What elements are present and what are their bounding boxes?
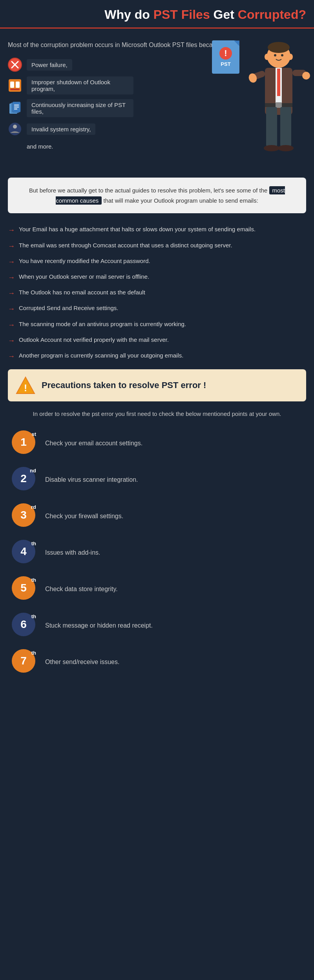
arrow-icon-5: → bbox=[8, 289, 15, 298]
svg-point-16 bbox=[268, 42, 290, 53]
title-red1: PST Files bbox=[153, 7, 210, 22]
arrow-icon-3: → bbox=[8, 257, 15, 267]
cause-item-6: → Corrupted Send and Receive settings. bbox=[8, 304, 306, 314]
step-2-sup: nd bbox=[30, 468, 36, 474]
intro-section: Most of the corruption problem occurs in… bbox=[0, 29, 314, 178]
causes-list: → Your Email has a huge attachment that … bbox=[8, 225, 306, 361]
svg-point-13 bbox=[9, 123, 21, 135]
cause-text-3: You have recently modified the Account p… bbox=[19, 257, 150, 265]
step-3-number: 3rd bbox=[12, 503, 37, 529]
svg-point-33 bbox=[302, 72, 310, 80]
warning-triangle-icon: ! bbox=[16, 376, 35, 395]
cause-item-9: → Another program is currently scanning … bbox=[8, 351, 306, 361]
arrow-icon-8: → bbox=[8, 336, 15, 346]
cause-item-7: → The scanning mode of an antivirus prog… bbox=[8, 320, 306, 330]
bullet-shutdown-text: Improper shutdown of Outlook program, bbox=[27, 76, 133, 94]
step-2-circle: 2nd bbox=[12, 467, 35, 490]
svg-rect-26 bbox=[266, 107, 277, 146]
bullet-shutdown: Improper shutdown of Outlook program, bbox=[8, 76, 133, 94]
step-5-circle: 5th bbox=[12, 576, 35, 600]
step-6-sup: th bbox=[31, 613, 36, 619]
bullet-filesize-text: Continuously increasing size of PST file… bbox=[27, 99, 133, 117]
svg-rect-4 bbox=[10, 82, 14, 88]
bullet-registry: Invalid system registry, bbox=[8, 122, 133, 136]
svg-rect-25 bbox=[276, 102, 282, 108]
arrow-icon-4: → bbox=[8, 273, 15, 283]
step-5-sup: th bbox=[31, 577, 36, 583]
svg-rect-5 bbox=[16, 82, 20, 88]
cause-text-2: The email was sent through Comcast accou… bbox=[19, 241, 232, 249]
shutdown-icon bbox=[8, 78, 22, 93]
arrow-icon-2: → bbox=[8, 241, 15, 251]
steps-container: 1st Check your email account settings. 2… bbox=[8, 430, 306, 675]
header: Why do PST Files Get Corrupted? bbox=[0, 0, 314, 29]
cause-text-6: Corrupted Send and Receive settings. bbox=[19, 304, 118, 312]
step-1-text: Check your email account settings. bbox=[45, 440, 142, 447]
cause-item-1: → Your Email has a huge attachment that … bbox=[8, 225, 306, 235]
step-6-digit: 6 bbox=[20, 618, 27, 631]
step-4-circle: 4th bbox=[12, 540, 35, 563]
registry-icon bbox=[8, 122, 22, 136]
bullet-registry-text: Invalid system registry, bbox=[27, 123, 95, 135]
cause-text-4: When your Outlook server or mail server … bbox=[19, 272, 149, 281]
svg-point-28 bbox=[264, 145, 279, 151]
svg-point-17 bbox=[274, 54, 276, 56]
step-4-digit: 4 bbox=[20, 545, 27, 558]
step-3-digit: 3 bbox=[20, 509, 27, 521]
svg-point-29 bbox=[278, 145, 294, 151]
arrow-icon-6: → bbox=[8, 304, 15, 314]
person-illustration bbox=[247, 36, 310, 170]
step-2-number: 2nd bbox=[12, 467, 37, 492]
step-2: 2nd Disable virus scanner integration. bbox=[8, 467, 306, 492]
svg-point-19 bbox=[265, 54, 269, 60]
cause-text-7: The scanning mode of an antivirus progra… bbox=[19, 320, 186, 328]
step-4-text: Issues with add-ins. bbox=[45, 549, 100, 556]
step-3-sup: rd bbox=[31, 504, 36, 510]
step-6-number: 6th bbox=[12, 613, 37, 638]
cause-item-8: → Outlook Account not verified properly … bbox=[8, 336, 306, 346]
bullet-power-text: Power failure, bbox=[27, 59, 72, 71]
step-7-circle: 7th bbox=[12, 649, 35, 673]
step-5-digit: 5 bbox=[20, 582, 27, 594]
causes-intro-after: that will make your Outlook program unab… bbox=[102, 197, 258, 204]
step-7: 7th Other send/receive issues. bbox=[8, 649, 306, 675]
svg-rect-27 bbox=[280, 107, 291, 146]
pst-icon-corner bbox=[234, 40, 239, 46]
svg-rect-6 bbox=[10, 89, 20, 90]
cause-item-4: → When your Outlook server or mail serve… bbox=[8, 272, 306, 283]
cause-item-3: → You have recently modified the Account… bbox=[8, 257, 306, 267]
cause-text-8: Outlook Account not verified properly wi… bbox=[19, 336, 169, 344]
no-power-icon bbox=[8, 58, 22, 72]
svg-point-18 bbox=[281, 54, 283, 56]
step-1-sup: st bbox=[31, 431, 36, 437]
step-5: 5th Check data store integrity. bbox=[8, 576, 306, 602]
cause-text-1: Your Email has a huge attachment that ha… bbox=[19, 225, 256, 233]
step-1-digit: 1 bbox=[20, 436, 27, 448]
step-4-number: 4th bbox=[12, 540, 37, 565]
step-3-text: Check your firewall settings. bbox=[45, 513, 123, 520]
title-red2: Corrupted? bbox=[238, 7, 306, 22]
precautions-title: Precautions taken to resolve PST error ! bbox=[42, 380, 206, 391]
step-4: 4th Issues with add-ins. bbox=[8, 540, 306, 565]
step-5-number: 5th bbox=[12, 576, 37, 602]
step-4-sup: th bbox=[31, 541, 36, 546]
step-2-text: Disable virus scanner integration. bbox=[45, 476, 138, 483]
step-3: 3rd Check your firewall settings. bbox=[8, 503, 306, 529]
cause-text-9: Another program is currently scanning al… bbox=[19, 351, 183, 359]
bullet-filesize: Continuously increasing size of PST file… bbox=[8, 99, 133, 117]
step-6: 6th Stuck message or hidden read receipt… bbox=[8, 613, 306, 638]
arrow-icon-7: → bbox=[8, 320, 15, 330]
step-1-circle: 1st bbox=[12, 430, 35, 454]
step-1: 1st Check your email account settings. bbox=[8, 430, 306, 456]
pst-file-icon: ! PST bbox=[212, 40, 243, 78]
title-mid: Get bbox=[210, 7, 238, 22]
step-6-text: Stuck message or hidden read receipt. bbox=[45, 622, 153, 629]
step-7-digit: 7 bbox=[20, 655, 27, 667]
svg-rect-23 bbox=[277, 69, 280, 96]
step-7-text: Other send/receive issues. bbox=[45, 659, 119, 666]
pst-icon-body: ! PST bbox=[212, 40, 239, 74]
arrow-icon-9: → bbox=[8, 352, 15, 361]
step-7-sup: th bbox=[31, 650, 36, 656]
precautions-intro: In order to resolve the pst error you fi… bbox=[8, 409, 306, 419]
page-title: Why do PST Files Get Corrupted? bbox=[8, 7, 306, 22]
